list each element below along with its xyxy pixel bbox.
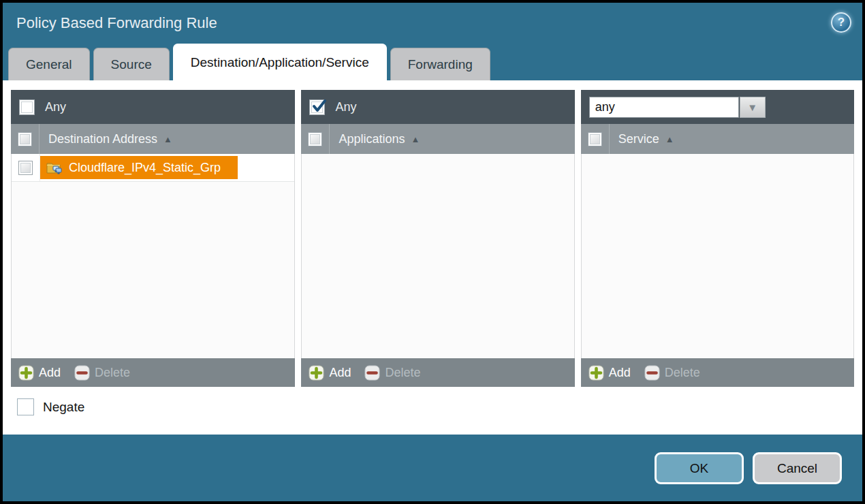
destination-footer-bar: Add Delete bbox=[11, 358, 295, 387]
cancel-button[interactable]: Cancel bbox=[753, 452, 842, 484]
destination-column-header[interactable]: Destination Address ▲ bbox=[11, 124, 295, 154]
destination-delete-button[interactable]: Delete bbox=[74, 365, 130, 381]
dialog-titlebar: Policy Based Forwarding Rule bbox=[3, 3, 862, 44]
add-button-label: Add bbox=[329, 366, 351, 380]
applications-footer-bar: Add Delete bbox=[301, 358, 574, 387]
service-add-button[interactable]: Add bbox=[588, 365, 631, 381]
destination-header-label: Destination Address bbox=[48, 132, 157, 146]
negate-label: Negate bbox=[43, 400, 84, 415]
add-icon bbox=[309, 365, 324, 381]
delete-icon bbox=[644, 365, 660, 381]
sort-asc-icon: ▲ bbox=[163, 134, 172, 144]
tab-bar: General Source Destination/Application/S… bbox=[3, 44, 862, 80]
tab-forwarding[interactable]: Forwarding bbox=[390, 48, 490, 80]
applications-any-bar: Any bbox=[301, 90, 574, 124]
help-icon[interactable]: ? bbox=[831, 12, 851, 33]
row-checkbox[interactable] bbox=[18, 161, 33, 175]
service-column: any ▼ Service ▲ bbox=[581, 90, 854, 387]
applications-list bbox=[301, 154, 574, 358]
applications-column: Any Applications ▲ Add bbox=[301, 90, 574, 387]
tab-source[interactable]: Source bbox=[93, 48, 170, 80]
service-select-all-checkbox[interactable] bbox=[588, 132, 602, 146]
sort-asc-icon: ▲ bbox=[411, 134, 420, 144]
sort-asc-icon: ▲ bbox=[665, 134, 674, 144]
delete-icon bbox=[74, 365, 90, 381]
destination-address-column: Any Destination Address ▲ bbox=[11, 90, 295, 387]
service-list bbox=[581, 154, 854, 358]
destination-header-checkbox-cell bbox=[11, 124, 40, 154]
service-header-checkbox-cell bbox=[581, 124, 610, 154]
delete-icon bbox=[364, 365, 380, 381]
applications-header-checkbox-cell bbox=[301, 124, 330, 154]
applications-any-label: Any bbox=[335, 100, 356, 114]
dialog-title: Policy Based Forwarding Rule bbox=[16, 14, 217, 32]
applications-select-all-checkbox[interactable] bbox=[308, 132, 322, 146]
destination-address-item-label: Cloudflare_IPv4_Static_Grp bbox=[69, 161, 221, 175]
service-dropdown[interactable]: any ▼ bbox=[589, 97, 766, 118]
table-row: Cloudflare_IPv4_Static_Grp bbox=[12, 154, 294, 182]
tab-content-panel: Any Destination Address ▲ bbox=[3, 80, 862, 435]
row-checkbox-cell bbox=[12, 154, 40, 181]
service-delete-button[interactable]: Delete bbox=[644, 365, 700, 381]
destination-add-button[interactable]: Add bbox=[18, 365, 61, 381]
selection-columns: Any Destination Address ▲ bbox=[11, 90, 854, 387]
help-glyph: ? bbox=[838, 16, 845, 29]
ok-button[interactable]: OK bbox=[655, 452, 744, 484]
delete-button-label: Delete bbox=[665, 366, 700, 380]
applications-any-checkbox[interactable] bbox=[309, 99, 325, 115]
negate-row: Negate bbox=[17, 398, 854, 415]
tab-destination-application-service[interactable]: Destination/Application/Service bbox=[173, 44, 387, 80]
service-dropdown-value[interactable]: any bbox=[589, 97, 739, 118]
tab-general[interactable]: General bbox=[8, 48, 90, 80]
add-icon bbox=[588, 365, 604, 381]
add-button-label: Add bbox=[609, 366, 631, 380]
service-header-label: Service bbox=[618, 132, 659, 146]
destination-any-checkbox[interactable] bbox=[19, 99, 35, 115]
destination-address-item[interactable]: Cloudflare_IPv4_Static_Grp bbox=[40, 156, 238, 179]
destination-select-all-checkbox[interactable] bbox=[18, 132, 32, 146]
add-icon bbox=[18, 365, 34, 381]
service-column-header[interactable]: Service ▲ bbox=[581, 124, 854, 154]
chevron-down-icon[interactable]: ▼ bbox=[740, 97, 766, 118]
delete-button-label: Delete bbox=[95, 366, 130, 380]
add-button-label: Add bbox=[39, 366, 61, 380]
applications-header-label: Applications bbox=[339, 132, 405, 146]
service-dropdown-bar: any ▼ bbox=[581, 90, 854, 124]
checkmark-icon bbox=[311, 98, 328, 116]
service-footer-bar: Add Delete bbox=[581, 358, 854, 387]
destination-list: Cloudflare_IPv4_Static_Grp bbox=[11, 154, 295, 358]
destination-any-label: Any bbox=[45, 100, 66, 114]
address-group-icon bbox=[46, 161, 63, 174]
dropdown-arrow-glyph: ▼ bbox=[747, 101, 757, 113]
applications-add-button[interactable]: Add bbox=[309, 365, 351, 381]
destination-any-bar: Any bbox=[11, 90, 295, 124]
delete-button-label: Delete bbox=[385, 366, 420, 380]
applications-column-header[interactable]: Applications ▲ bbox=[301, 124, 574, 154]
negate-checkbox[interactable] bbox=[17, 398, 34, 415]
applications-delete-button[interactable]: Delete bbox=[364, 365, 420, 381]
